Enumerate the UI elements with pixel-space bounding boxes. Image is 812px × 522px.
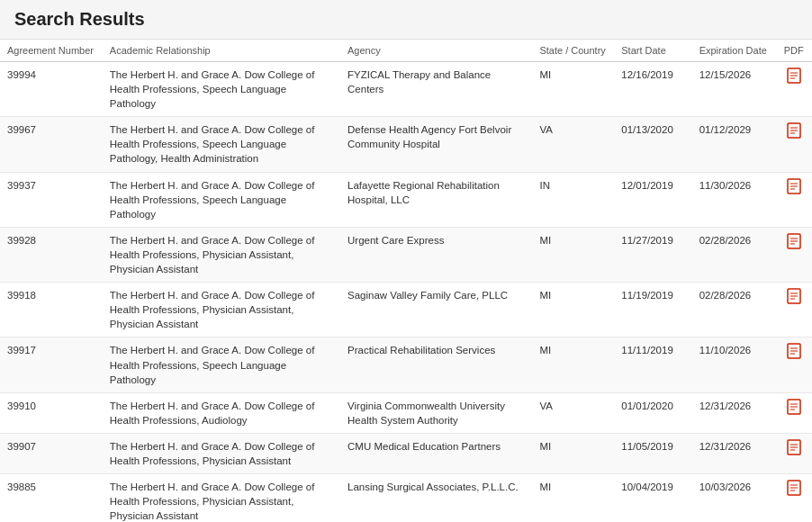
cell-agency: Urgent Care Express [340, 227, 532, 282]
cell-agency: Defense Health Agency Fort Belvoir Commu… [340, 117, 532, 172]
cell-academic: The Herbert H. and Grace A. Dow College … [103, 474, 340, 522]
cell-expiry-date: 01/12/2029 [692, 117, 776, 172]
cell-academic: The Herbert H. and Grace A. Dow College … [103, 62, 340, 117]
col-header-agency: Agency [340, 40, 532, 62]
cell-agency: Saginaw Valley Family Care, PLLC [340, 283, 532, 338]
pdf-download-icon[interactable] [787, 71, 801, 86]
cell-academic: The Herbert H. and Grace A. Dow College … [103, 338, 340, 392]
table-row: 39967The Herbert H. and Grace A. Dow Col… [0, 117, 812, 172]
cell-state: MI [532, 283, 614, 338]
cell-academic: The Herbert H. and Grace A. Dow College … [103, 283, 340, 338]
cell-agreement: 39967 [0, 117, 103, 172]
page-header: Search Results [0, 0, 812, 40]
col-header-start: Start Date [614, 40, 691, 62]
cell-expiry-date: 02/28/2026 [692, 227, 776, 282]
cell-pdf [775, 62, 812, 117]
table-body: 39994The Herbert H. and Grace A. Dow Col… [0, 62, 812, 523]
pdf-download-icon[interactable] [787, 182, 801, 197]
cell-start-date: 11/05/2019 [614, 433, 691, 473]
cell-state: MI [532, 474, 614, 522]
cell-agreement: 39928 [0, 227, 103, 282]
cell-agreement: 39917 [0, 338, 103, 392]
page-container: Search Results Agreement Number Academic… [0, 0, 812, 522]
cell-pdf [775, 433, 812, 473]
cell-state: MI [532, 62, 614, 117]
col-header-expiry: Expiration Date [692, 40, 776, 62]
table-row: 39910The Herbert H. and Grace A. Dow Col… [0, 392, 812, 433]
cell-pdf [775, 227, 812, 282]
col-header-state: State / Country [532, 40, 614, 62]
pdf-download-icon[interactable] [787, 237, 801, 252]
col-header-agreement: Agreement Number [0, 40, 103, 62]
col-header-academic: Academic Relationship [103, 40, 340, 62]
cell-state: VA [532, 117, 614, 172]
table-row: 39917The Herbert H. and Grace A. Dow Col… [0, 338, 812, 392]
cell-agency: Lansing Surgical Associates, P.L.L.C. [340, 474, 532, 522]
cell-academic: The Herbert H. and Grace A. Dow College … [103, 392, 340, 433]
cell-agency: Virginia Commonwealth University Health … [340, 392, 532, 433]
cell-expiry-date: 11/10/2026 [692, 338, 776, 392]
cell-agreement: 39910 [0, 392, 103, 433]
cell-expiry-date: 02/28/2026 [692, 283, 776, 338]
cell-start-date: 01/13/2020 [614, 117, 691, 172]
cell-agreement: 39994 [0, 62, 103, 117]
table-row: 39907The Herbert H. and Grace A. Dow Col… [0, 433, 812, 473]
cell-academic: The Herbert H. and Grace A. Dow College … [103, 227, 340, 282]
cell-start-date: 12/16/2019 [614, 62, 691, 117]
cell-state: MI [532, 433, 614, 473]
cell-state: IN [532, 172, 614, 227]
pdf-download-icon[interactable] [787, 402, 801, 418]
cell-state: MI [532, 227, 614, 282]
cell-start-date: 10/04/2019 [614, 474, 691, 522]
table-row: 39918The Herbert H. and Grace A. Dow Col… [0, 283, 812, 338]
cell-expiry-date: 12/15/2026 [692, 62, 776, 117]
table-header-row: Agreement Number Academic Relationship A… [0, 40, 812, 62]
pdf-download-icon[interactable] [787, 483, 801, 499]
cell-expiry-date: 11/30/2026 [692, 172, 776, 227]
col-header-pdf: PDF [775, 40, 812, 62]
cell-agreement: 39907 [0, 433, 103, 473]
pdf-download-icon[interactable] [787, 346, 801, 362]
cell-expiry-date: 12/31/2026 [692, 392, 776, 433]
pdf-download-icon[interactable] [787, 443, 801, 458]
cell-expiry-date: 12/31/2026 [692, 433, 776, 473]
cell-state: MI [532, 338, 614, 392]
pdf-download-icon[interactable] [787, 126, 801, 141]
cell-pdf [775, 338, 812, 392]
table-row: 39928The Herbert H. and Grace A. Dow Col… [0, 227, 812, 282]
cell-academic: The Herbert H. and Grace A. Dow College … [103, 172, 340, 227]
cell-agency: CMU Medical Education Partners [340, 433, 532, 473]
cell-expiry-date: 10/03/2026 [692, 474, 776, 522]
cell-start-date: 11/11/2019 [614, 338, 691, 392]
cell-pdf [775, 172, 812, 227]
cell-pdf [775, 474, 812, 522]
results-table: Agreement Number Academic Relationship A… [0, 40, 812, 522]
cell-start-date: 11/19/2019 [614, 283, 691, 338]
cell-pdf [775, 392, 812, 433]
cell-pdf [775, 117, 812, 172]
table-row: 39885The Herbert H. and Grace A. Dow Col… [0, 474, 812, 522]
page-title: Search Results [14, 9, 798, 30]
cell-agreement: 39918 [0, 283, 103, 338]
cell-agency: FYZICAL Therapy and Balance Centers [340, 62, 532, 117]
cell-academic: The Herbert H. and Grace A. Dow College … [103, 117, 340, 172]
cell-academic: The Herbert H. and Grace A. Dow College … [103, 433, 340, 473]
cell-start-date: 01/01/2020 [614, 392, 691, 433]
cell-agreement: 39937 [0, 172, 103, 227]
cell-agency: Practical Rehabilitation Services [340, 338, 532, 392]
table-row: 39937The Herbert H. and Grace A. Dow Col… [0, 172, 812, 227]
cell-agency: Lafayette Regional Rehabilitation Hospit… [340, 172, 532, 227]
cell-agreement: 39885 [0, 474, 103, 522]
pdf-download-icon[interactable] [787, 292, 801, 307]
cell-pdf [775, 283, 812, 338]
table-row: 39994The Herbert H. and Grace A. Dow Col… [0, 62, 812, 117]
cell-state: VA [532, 392, 614, 433]
cell-start-date: 12/01/2019 [614, 172, 691, 227]
cell-start-date: 11/27/2019 [614, 227, 691, 282]
